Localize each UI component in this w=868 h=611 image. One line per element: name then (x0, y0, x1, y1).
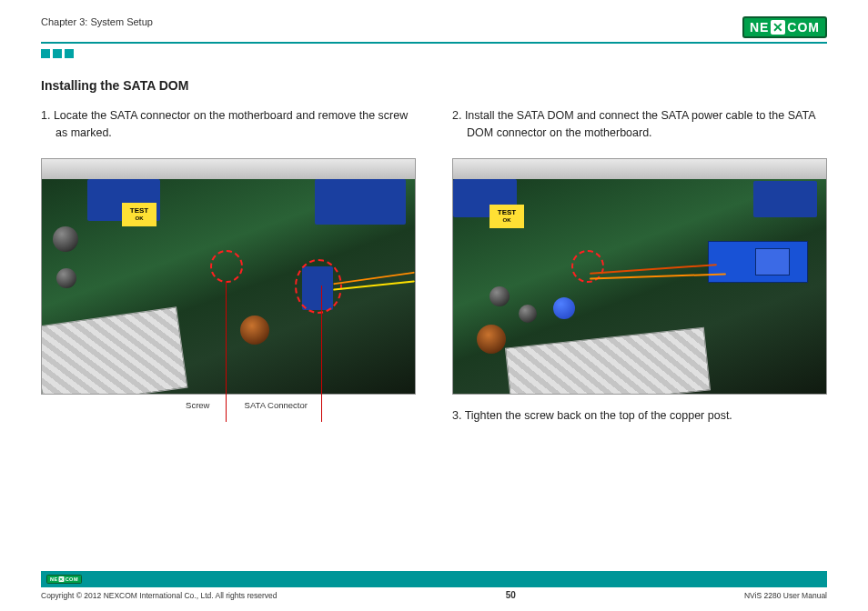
test-ok-sticker: TESTOK (122, 203, 156, 226)
step-1: 1. Locate the SATA connector on the moth… (41, 107, 416, 142)
brand-x-icon: ✕ (771, 20, 785, 35)
page-footer: NE ✕ COM Copyright © 2012 NEXCOM Interna… (41, 571, 827, 600)
brand-text-right: COM (787, 20, 820, 35)
brand-text-left: NE (750, 20, 769, 35)
step-3: 3. Tighten the screw back on the top of … (452, 407, 827, 425)
figure-2-motherboard: TESTOK (452, 158, 827, 395)
page-number: 50 (506, 590, 516, 600)
step-2: 2. Install the SATA DOM and connect the … (452, 107, 827, 142)
content-area: Installing the SATA DOM 1. Locate the SA… (41, 78, 827, 440)
left-column: Installing the SATA DOM 1. Locate the SA… (41, 78, 416, 440)
footer-logo: NE ✕ COM (46, 575, 82, 584)
figure-1-motherboard: TESTOK (41, 158, 416, 395)
header-divider (41, 42, 827, 44)
right-column: 2. Install the SATA DOM and connect the … (452, 78, 827, 440)
decorative-squares (41, 49, 827, 58)
section-title: Installing the SATA DOM (41, 78, 416, 93)
callout-screw: Screw (186, 400, 209, 410)
test-ok-sticker-2: TESTOK (490, 205, 524, 228)
callout-sata-connector: SATA Connector (245, 400, 308, 410)
doc-title: NViS 2280 User Manual (744, 591, 827, 600)
copyright-text: Copyright © 2012 NEXCOM International Co… (41, 591, 278, 600)
chapter-title: Chapter 3: System Setup (41, 16, 153, 27)
brand-logo: NE ✕ COM (742, 16, 827, 38)
